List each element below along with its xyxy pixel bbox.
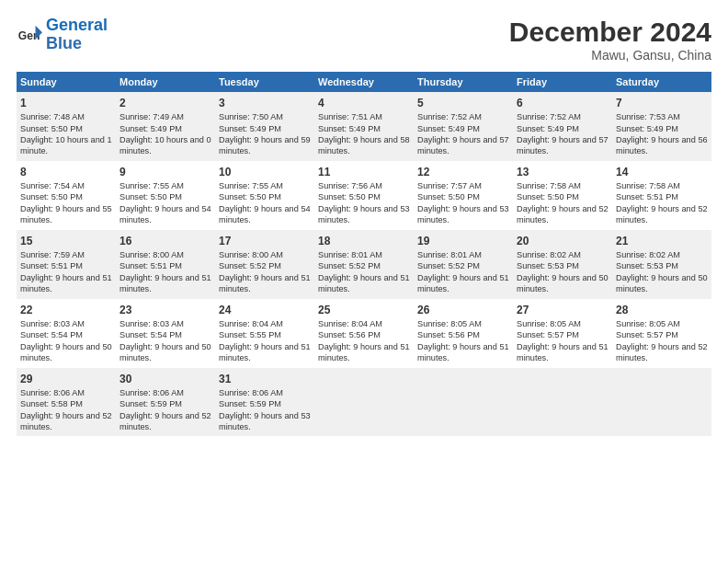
day-cell: 8Sunrise: 7:54 AMSunset: 5:50 PMDaylight… [17,161,116,230]
daylight-text: Daylight: 9 hours and 52 minutes. [616,342,708,362]
header: Gen General Blue December 2024 Mawu, Gan… [17,17,711,63]
sunset-text: Sunset: 5:54 PM [20,330,83,339]
sunrise-text: Sunrise: 7:50 AM [219,112,283,121]
sunset-text: Sunset: 5:54 PM [119,330,182,339]
sunrise-text: Sunrise: 8:06 AM [119,388,184,397]
logo-text: General Blue [46,17,108,53]
sunset-text: Sunset: 5:50 PM [517,192,579,201]
title-block: December 2024 Mawu, Gansu, China [509,17,711,63]
sunset-text: Sunset: 5:50 PM [119,192,182,201]
day-cell: 24Sunrise: 8:04 AMSunset: 5:55 PMDayligh… [215,299,314,368]
day-cell: 15Sunrise: 7:59 AMSunset: 5:51 PMDayligh… [17,230,116,299]
day-cell: 4Sunrise: 7:51 AMSunset: 5:49 PMDaylight… [314,92,414,161]
day-number: 22 [20,303,112,317]
day-cell: 26Sunrise: 8:05 AMSunset: 5:56 PMDayligh… [414,299,513,368]
day-cell: 25Sunrise: 8:04 AMSunset: 5:56 PMDayligh… [314,299,414,368]
sunrise-text: Sunrise: 8:06 AM [219,388,283,397]
sunset-text: Sunset: 5:57 PM [517,330,579,339]
sunset-text: Sunset: 5:52 PM [318,261,381,270]
sunset-text: Sunset: 5:49 PM [517,124,579,133]
sunrise-text: Sunrise: 8:06 AM [20,388,85,397]
sunset-text: Sunset: 5:50 PM [219,192,281,201]
sunset-text: Sunset: 5:50 PM [20,124,83,133]
day-number: 2 [119,96,211,110]
day-number: 19 [417,234,509,248]
week-row-2: 8Sunrise: 7:54 AMSunset: 5:50 PMDaylight… [17,161,711,230]
day-number: 9 [119,165,211,179]
subtitle: Mawu, Gansu, China [509,48,711,63]
week-row-3: 15Sunrise: 7:59 AMSunset: 5:51 PMDayligh… [17,230,711,299]
daylight-text: Daylight: 9 hours and 52 minutes. [20,411,112,431]
sunrise-text: Sunrise: 8:03 AM [119,319,184,328]
day-number: 20 [517,234,609,248]
day-cell: 20Sunrise: 8:02 AMSunset: 5:53 PMDayligh… [513,230,612,299]
daylight-text: Daylight: 9 hours and 51 minutes. [318,273,410,293]
sunset-text: Sunset: 5:50 PM [318,192,381,201]
day-cell: 27Sunrise: 8:05 AMSunset: 5:57 PMDayligh… [513,299,612,368]
sunrise-text: Sunrise: 8:00 AM [119,250,184,259]
sunset-text: Sunset: 5:56 PM [318,330,381,339]
sunrise-text: Sunrise: 8:01 AM [417,250,482,259]
main-title: December 2024 [509,17,711,48]
sunset-text: Sunset: 5:51 PM [616,192,678,201]
day-number: 14 [616,165,708,179]
sunrise-text: Sunrise: 8:04 AM [318,319,382,328]
day-cell: 18Sunrise: 8:01 AMSunset: 5:52 PMDayligh… [314,230,414,299]
daylight-text: Daylight: 9 hours and 52 minutes. [119,411,211,431]
sunrise-text: Sunrise: 8:05 AM [616,319,680,328]
page: Gen General Blue December 2024 Mawu, Gan… [0,0,728,563]
day-cell: 5Sunrise: 7:52 AMSunset: 5:49 PMDaylight… [414,92,513,161]
day-cell: 29Sunrise: 8:06 AMSunset: 5:58 PMDayligh… [17,368,116,437]
sunrise-text: Sunrise: 8:05 AM [517,319,581,328]
col-header-sunday: Sunday [17,72,116,92]
daylight-text: Daylight: 9 hours and 53 minutes. [417,204,509,224]
day-number: 12 [417,165,509,179]
col-header-thursday: Thursday [414,72,513,92]
week-row-5: 29Sunrise: 8:06 AMSunset: 5:58 PMDayligh… [17,368,711,437]
day-cell [513,368,612,437]
day-number: 10 [219,165,311,179]
day-number: 27 [517,303,609,317]
daylight-text: Daylight: 10 hours and 0 minutes. [119,135,211,155]
sunrise-text: Sunrise: 8:01 AM [318,250,382,259]
week-row-1: 1Sunrise: 7:48 AMSunset: 5:50 PMDaylight… [17,92,711,161]
sunrise-text: Sunrise: 8:02 AM [616,250,680,259]
day-number: 15 [20,234,112,248]
logo-line2: Blue [46,35,108,53]
day-number: 8 [20,165,112,179]
daylight-text: Daylight: 9 hours and 51 minutes. [219,273,311,293]
sunset-text: Sunset: 5:50 PM [20,192,83,201]
sunset-text: Sunset: 5:58 PM [20,399,83,408]
logo-icon: Gen [17,22,42,48]
sunrise-text: Sunrise: 7:58 AM [517,181,581,190]
col-header-tuesday: Tuesday [215,72,314,92]
header-row: SundayMondayTuesdayWednesdayThursdayFrid… [17,72,711,92]
col-header-friday: Friday [513,72,612,92]
daylight-text: Daylight: 9 hours and 54 minutes. [219,204,311,224]
daylight-text: Daylight: 9 hours and 51 minutes. [219,342,311,362]
sunset-text: Sunset: 5:50 PM [417,192,480,201]
day-cell: 7Sunrise: 7:53 AMSunset: 5:49 PMDaylight… [612,92,711,161]
day-cell: 14Sunrise: 7:58 AMSunset: 5:51 PMDayligh… [612,161,711,230]
day-cell: 23Sunrise: 8:03 AMSunset: 5:54 PMDayligh… [116,299,215,368]
sunset-text: Sunset: 5:59 PM [119,399,182,408]
day-cell: 22Sunrise: 8:03 AMSunset: 5:54 PMDayligh… [17,299,116,368]
daylight-text: Daylight: 9 hours and 57 minutes. [517,135,609,155]
sunset-text: Sunset: 5:49 PM [119,124,182,133]
day-number: 11 [318,165,410,179]
sunset-text: Sunset: 5:49 PM [616,124,678,133]
sunrise-text: Sunrise: 7:58 AM [616,181,680,190]
sunset-text: Sunset: 5:57 PM [616,330,678,339]
day-cell: 11Sunrise: 7:56 AMSunset: 5:50 PMDayligh… [314,161,414,230]
day-number: 13 [517,165,609,179]
sunrise-text: Sunrise: 7:57 AM [417,181,482,190]
day-number: 29 [20,372,112,386]
day-cell: 19Sunrise: 8:01 AMSunset: 5:52 PMDayligh… [414,230,513,299]
sunset-text: Sunset: 5:52 PM [417,261,480,270]
daylight-text: Daylight: 9 hours and 54 minutes. [119,204,211,224]
day-cell: 3Sunrise: 7:50 AMSunset: 5:49 PMDaylight… [215,92,314,161]
sunrise-text: Sunrise: 8:05 AM [417,319,482,328]
day-cell: 12Sunrise: 7:57 AMSunset: 5:50 PMDayligh… [414,161,513,230]
col-header-wednesday: Wednesday [314,72,414,92]
day-number: 30 [119,372,211,386]
